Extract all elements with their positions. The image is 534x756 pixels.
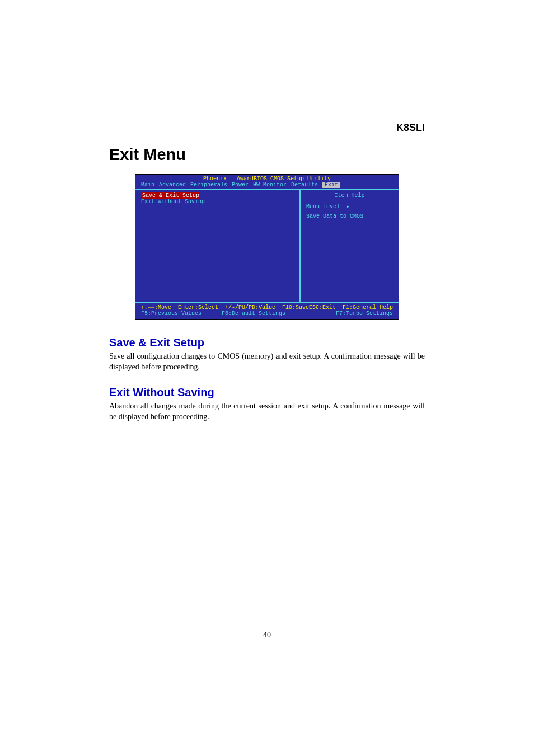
section-heading-exit-without-saving: Exit Without Saving [109, 386, 425, 399]
bios-menu-item-exit-no-save[interactable]: Exit Without Saving [141, 199, 294, 205]
bios-body: Save & Exit Setup Exit Without Saving It… [135, 189, 399, 303]
chevron-right-icon: ▸ [346, 204, 350, 210]
bios-window: Phoenix - AwardBIOS CMOS Setup Utility M… [135, 174, 399, 320]
bios-tab-exit[interactable]: Exit [322, 182, 340, 188]
bios-footer-keys-1b: ESC:Exit F1:General Help [309, 304, 393, 311]
bios-tab-main[interactable]: Main [141, 182, 154, 188]
bios-screenshot: Phoenix - AwardBIOS CMOS Setup Utility M… [109, 174, 425, 320]
bios-tab-peripherals[interactable]: Peripherals [190, 182, 227, 188]
bios-help-desc: Save Data to CMOS [306, 213, 393, 219]
bios-tab-bar: Main Advanced Peripherals Power HW Monit… [135, 182, 399, 189]
bios-footer-keys-2b: F7:Turbo Settings [336, 311, 393, 317]
section-heading-save-exit: Save & Exit Setup [109, 336, 425, 349]
section-body-save-exit: Save all configuration changes to CMOS (… [109, 351, 425, 373]
bios-tab-hw-monitor[interactable]: HW Monitor [253, 182, 287, 188]
bios-title-bar: Phoenix - AwardBIOS CMOS Setup Utility [135, 175, 399, 182]
page-title: Exit Menu [109, 145, 425, 164]
bios-help-panel: Item Help Menu Level ▸ Save Data to CMOS [301, 190, 399, 302]
section-body-exit-without-saving: Abandon all changes made during the curr… [109, 401, 425, 422]
manual-page: K8SLI Exit Menu Phoenix - AwardBIOS CMOS… [0, 0, 534, 756]
bios-tab-defaults[interactable]: Defaults [291, 182, 318, 188]
bios-tab-advanced[interactable]: Advanced [159, 182, 186, 188]
product-model-header: K8SLI [396, 122, 425, 134]
bios-footer-keys-2a: F5:Previous Values F6:Default Settings [141, 311, 285, 317]
bios-menu-list: Save & Exit Setup Exit Without Saving [135, 190, 301, 302]
bios-menu-item-save-exit[interactable]: Save & Exit Setup [141, 192, 294, 199]
bios-footer: ↑↓←→:Move Enter:Select +/-/PU/PD:Value F… [135, 303, 399, 319]
footer-divider [109, 627, 425, 627]
bios-footer-keys-1a: ↑↓←→:Move Enter:Select +/-/PU/PD:Value F… [141, 304, 309, 311]
page-number: 40 [0, 631, 534, 640]
bios-help-title: Item Help [306, 192, 393, 201]
bios-tab-power[interactable]: Power [232, 182, 249, 188]
bios-help-level: Menu Level ▸ [306, 204, 393, 210]
